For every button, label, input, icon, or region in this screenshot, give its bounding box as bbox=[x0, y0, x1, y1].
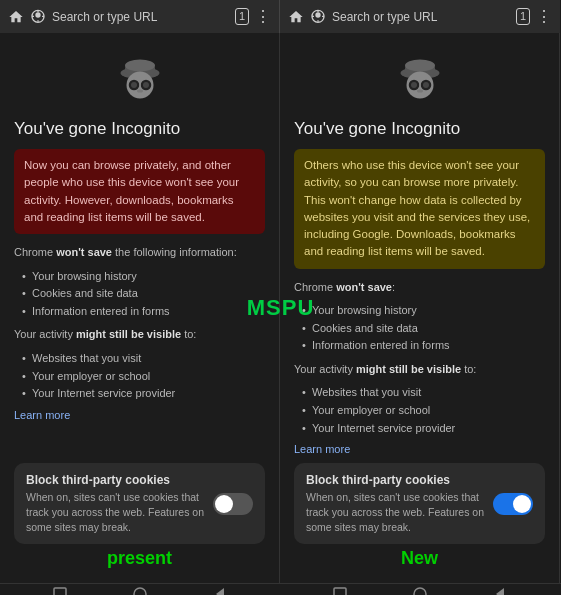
right-incognito-icon bbox=[390, 49, 450, 109]
incognito-icon-small-right bbox=[310, 9, 326, 25]
right-menu-dots[interactable]: ⋮ bbox=[536, 7, 552, 26]
list-item: Websites that you visit bbox=[24, 350, 265, 368]
list-item: Information entered in forms bbox=[24, 303, 265, 321]
right-toggle[interactable] bbox=[493, 493, 533, 515]
bottom-nav bbox=[0, 583, 561, 595]
right-tab-num: 1 bbox=[516, 8, 530, 25]
incognito-icon-small-left bbox=[30, 9, 46, 25]
left-info-box: Now you can browse privately, and other … bbox=[14, 149, 265, 234]
right-wont-save-list: Your browsing history Cookies and site d… bbox=[304, 302, 545, 355]
left-nav-section bbox=[0, 584, 280, 595]
svg-point-23 bbox=[134, 588, 146, 595]
right-cookie-title: Block third-party cookies bbox=[306, 473, 485, 487]
left-menu-dots[interactable]: ⋮ bbox=[255, 7, 271, 26]
left-tab-num: 1 bbox=[235, 8, 249, 25]
right-cookie-block: Block third-party cookies When on, sites… bbox=[294, 463, 545, 544]
list-item: Cookies and site data bbox=[24, 285, 265, 303]
left-panel-title: You've gone Incognito bbox=[14, 119, 265, 139]
right-panel-title: You've gone Incognito bbox=[294, 119, 545, 139]
home-icon-right bbox=[288, 9, 304, 25]
list-item: Your employer or school bbox=[304, 402, 545, 420]
right-wont-save-label: Chrome won't save: bbox=[294, 279, 545, 297]
left-cookie-desc: When on, sites can't use cookies that tr… bbox=[26, 490, 205, 534]
panels-wrapper: You've gone Incognito Now you can browse… bbox=[0, 33, 561, 583]
svg-point-21 bbox=[417, 90, 423, 93]
right-cookie-desc: When on, sites can't use cookies that tr… bbox=[306, 490, 485, 534]
right-info-box: Others who use this device won't see you… bbox=[294, 149, 545, 269]
home-icon bbox=[8, 9, 24, 25]
svg-point-26 bbox=[414, 588, 426, 595]
svg-marker-27 bbox=[496, 588, 504, 595]
left-wont-save-list: Your browsing history Cookies and site d… bbox=[24, 268, 265, 321]
right-panel-label: New bbox=[294, 544, 545, 573]
list-item: Websites that you visit bbox=[304, 384, 545, 402]
left-panel: You've gone Incognito Now you can browse… bbox=[0, 33, 280, 583]
left-learn-more[interactable]: Learn more bbox=[14, 409, 265, 421]
right-circle-btn[interactable] bbox=[410, 584, 430, 595]
left-visible-label: Your activity might still be visible to: bbox=[14, 326, 265, 344]
svg-point-19 bbox=[411, 82, 417, 88]
list-item: Your browsing history bbox=[24, 268, 265, 286]
left-wont-save-label: Chrome won't save the following informat… bbox=[14, 244, 265, 262]
svg-point-11 bbox=[137, 90, 143, 93]
right-cookie-text: Block third-party cookies When on, sites… bbox=[306, 473, 485, 534]
left-visible-list: Websites that you visit Your employer or… bbox=[24, 350, 265, 403]
list-item: Your browsing history bbox=[304, 302, 545, 320]
right-toggle-knob bbox=[513, 495, 531, 513]
list-item: Your Internet service provider bbox=[24, 385, 265, 403]
right-info-text: Others who use this device won't see you… bbox=[304, 159, 530, 257]
right-nav-section bbox=[280, 584, 560, 595]
list-item: Cookies and site data bbox=[304, 320, 545, 338]
right-panel: You've gone Incognito Others who use thi… bbox=[280, 33, 560, 583]
left-panel-label: present bbox=[14, 544, 265, 573]
left-circle-btn[interactable] bbox=[130, 584, 150, 595]
left-cookie-block: Block third-party cookies When on, sites… bbox=[14, 463, 265, 544]
right-learn-more[interactable]: Learn more bbox=[294, 443, 545, 455]
left-info-text: Now you can browse privately, and other … bbox=[24, 159, 239, 223]
right-address-bar[interactable]: Search or type URL 1 ⋮ bbox=[280, 0, 560, 33]
svg-point-9 bbox=[131, 82, 137, 88]
left-cookie-title: Block third-party cookies bbox=[26, 473, 205, 487]
left-toggle-knob bbox=[215, 495, 233, 513]
left-back-btn[interactable] bbox=[210, 584, 230, 595]
top-bars: Search or type URL 1 ⋮ Search or type UR… bbox=[0, 0, 561, 33]
right-square-btn[interactable] bbox=[330, 584, 350, 595]
left-incognito-icon bbox=[110, 49, 170, 109]
right-visible-label: Your activity might still be visible to: bbox=[294, 361, 545, 379]
left-square-btn[interactable] bbox=[50, 584, 70, 595]
left-address-bar[interactable]: Search or type URL 1 ⋮ bbox=[0, 0, 280, 33]
svg-rect-25 bbox=[334, 588, 346, 595]
left-cookie-text: Block third-party cookies When on, sites… bbox=[26, 473, 205, 534]
svg-marker-24 bbox=[216, 588, 224, 595]
svg-point-4 bbox=[125, 60, 155, 72]
right-url-text: Search or type URL bbox=[332, 10, 510, 24]
list-item: Your employer or school bbox=[24, 368, 265, 386]
svg-point-14 bbox=[405, 60, 435, 72]
svg-point-20 bbox=[423, 82, 429, 88]
left-toggle[interactable] bbox=[213, 493, 253, 515]
right-visible-list: Websites that you visit Your employer or… bbox=[304, 384, 545, 437]
right-back-btn[interactable] bbox=[490, 584, 510, 595]
list-item: Information entered in forms bbox=[304, 337, 545, 355]
svg-point-10 bbox=[143, 82, 149, 88]
svg-rect-22 bbox=[54, 588, 66, 595]
svg-point-1 bbox=[315, 12, 320, 17]
list-item: Your Internet service provider bbox=[304, 420, 545, 438]
svg-point-0 bbox=[35, 12, 40, 17]
left-url-text: Search or type URL bbox=[52, 10, 229, 24]
